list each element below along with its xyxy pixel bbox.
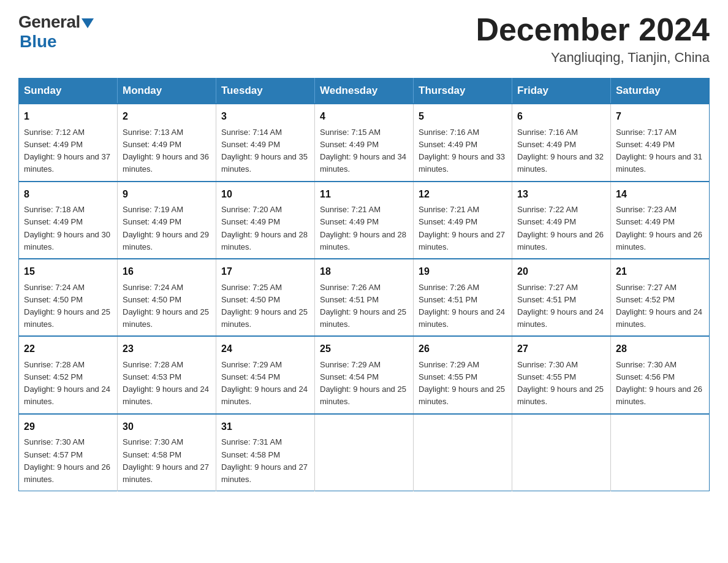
day-number: 1 bbox=[24, 109, 112, 124]
header-day-friday: Friday bbox=[512, 79, 611, 104]
calendar-cell: 18Sunrise: 7:26 AMSunset: 4:51 PMDayligh… bbox=[315, 259, 414, 336]
calendar-cell: 5Sunrise: 7:16 AMSunset: 4:49 PMDaylight… bbox=[414, 104, 512, 181]
day-number: 9 bbox=[123, 187, 211, 202]
day-number: 18 bbox=[320, 264, 408, 280]
month-title: December 2024 bbox=[476, 12, 710, 47]
day-number: 5 bbox=[419, 109, 507, 124]
calendar-cell: 6Sunrise: 7:16 AMSunset: 4:49 PMDaylight… bbox=[512, 104, 611, 181]
calendar-cell: 30Sunrise: 7:30 AMSunset: 4:58 PMDayligh… bbox=[118, 414, 216, 491]
calendar-cell: 4Sunrise: 7:15 AMSunset: 4:49 PMDaylight… bbox=[315, 104, 414, 181]
day-number: 30 bbox=[123, 419, 211, 435]
day-number: 21 bbox=[616, 264, 704, 280]
day-number: 4 bbox=[320, 109, 408, 124]
calendar-cell: 11Sunrise: 7:21 AMSunset: 4:49 PMDayligh… bbox=[315, 182, 414, 259]
day-number: 15 bbox=[24, 264, 112, 280]
day-number: 26 bbox=[419, 342, 507, 357]
day-number: 14 bbox=[616, 187, 704, 202]
header-row: SundayMondayTuesdayWednesdayThursdayFrid… bbox=[19, 79, 710, 104]
calendar-cell: 15Sunrise: 7:24 AMSunset: 4:50 PMDayligh… bbox=[19, 259, 118, 336]
calendar-cell: 2Sunrise: 7:13 AMSunset: 4:49 PMDaylight… bbox=[118, 104, 216, 181]
calendar-cell: 17Sunrise: 7:25 AMSunset: 4:50 PMDayligh… bbox=[216, 259, 315, 336]
day-number: 20 bbox=[517, 264, 605, 280]
calendar-cell: 16Sunrise: 7:24 AMSunset: 4:50 PMDayligh… bbox=[118, 259, 216, 336]
calendar-cell: 21Sunrise: 7:27 AMSunset: 4:52 PMDayligh… bbox=[611, 259, 710, 336]
calendar-cell: 13Sunrise: 7:22 AMSunset: 4:49 PMDayligh… bbox=[512, 182, 611, 259]
calendar-cell bbox=[414, 414, 512, 491]
header-day-sunday: Sunday bbox=[19, 79, 118, 104]
day-number: 8 bbox=[24, 187, 112, 202]
calendar-body: 1Sunrise: 7:12 AMSunset: 4:49 PMDaylight… bbox=[19, 104, 710, 491]
calendar-cell: 14Sunrise: 7:23 AMSunset: 4:49 PMDayligh… bbox=[611, 182, 710, 259]
calendar-table: SundayMondayTuesdayWednesdayThursdayFrid… bbox=[18, 78, 710, 491]
day-number: 3 bbox=[221, 109, 309, 124]
calendar-cell bbox=[512, 414, 611, 491]
day-number: 16 bbox=[123, 264, 211, 280]
calendar-cell: 24Sunrise: 7:29 AMSunset: 4:54 PMDayligh… bbox=[216, 336, 315, 413]
logo-triangle-icon bbox=[82, 18, 94, 28]
calendar-header: SundayMondayTuesdayWednesdayThursdayFrid… bbox=[19, 79, 710, 104]
day-number: 13 bbox=[517, 187, 605, 202]
calendar-cell: 9Sunrise: 7:19 AMSunset: 4:49 PMDaylight… bbox=[118, 182, 216, 259]
day-number: 2 bbox=[123, 109, 211, 124]
logo-blue-text: Blue bbox=[20, 32, 57, 52]
day-number: 10 bbox=[221, 187, 309, 202]
calendar-cell: 27Sunrise: 7:30 AMSunset: 4:55 PMDayligh… bbox=[512, 336, 611, 413]
day-number: 24 bbox=[221, 342, 309, 357]
title-area: December 2024 Yangliuqing, Tianjin, Chin… bbox=[476, 12, 710, 66]
day-number: 23 bbox=[123, 342, 211, 357]
calendar-cell: 29Sunrise: 7:30 AMSunset: 4:57 PMDayligh… bbox=[19, 414, 118, 491]
calendar-cell: 8Sunrise: 7:18 AMSunset: 4:49 PMDaylight… bbox=[19, 182, 118, 259]
week-row-5: 29Sunrise: 7:30 AMSunset: 4:57 PMDayligh… bbox=[19, 414, 710, 491]
calendar-cell: 7Sunrise: 7:17 AMSunset: 4:49 PMDaylight… bbox=[611, 104, 710, 181]
calendar-cell: 19Sunrise: 7:26 AMSunset: 4:51 PMDayligh… bbox=[414, 259, 512, 336]
calendar-cell: 31Sunrise: 7:31 AMSunset: 4:58 PMDayligh… bbox=[216, 414, 315, 491]
header-day-tuesday: Tuesday bbox=[216, 79, 315, 104]
calendar-cell: 1Sunrise: 7:12 AMSunset: 4:49 PMDaylight… bbox=[19, 104, 118, 181]
week-row-4: 22Sunrise: 7:28 AMSunset: 4:52 PMDayligh… bbox=[19, 336, 710, 413]
page-header: General Blue December 2024 Yangliuqing, … bbox=[18, 12, 710, 66]
header-day-saturday: Saturday bbox=[611, 79, 710, 104]
calendar-cell: 3Sunrise: 7:14 AMSunset: 4:49 PMDaylight… bbox=[216, 104, 315, 181]
calendar-cell: 25Sunrise: 7:29 AMSunset: 4:54 PMDayligh… bbox=[315, 336, 414, 413]
day-number: 7 bbox=[616, 109, 704, 124]
day-number: 19 bbox=[419, 264, 507, 280]
header-day-wednesday: Wednesday bbox=[315, 79, 414, 104]
calendar-cell bbox=[315, 414, 414, 491]
calendar-cell: 23Sunrise: 7:28 AMSunset: 4:53 PMDayligh… bbox=[118, 336, 216, 413]
day-number: 22 bbox=[24, 342, 112, 357]
day-number: 6 bbox=[517, 109, 605, 124]
header-day-thursday: Thursday bbox=[414, 79, 512, 104]
calendar-cell bbox=[611, 414, 710, 491]
calendar-cell: 10Sunrise: 7:20 AMSunset: 4:49 PMDayligh… bbox=[216, 182, 315, 259]
week-row-1: 1Sunrise: 7:12 AMSunset: 4:49 PMDaylight… bbox=[19, 104, 710, 181]
logo: General Blue bbox=[18, 12, 94, 52]
logo-general-text: General bbox=[18, 12, 80, 32]
day-number: 17 bbox=[221, 264, 309, 280]
week-row-3: 15Sunrise: 7:24 AMSunset: 4:50 PMDayligh… bbox=[19, 259, 710, 336]
calendar-cell: 28Sunrise: 7:30 AMSunset: 4:56 PMDayligh… bbox=[611, 336, 710, 413]
day-number: 25 bbox=[320, 342, 408, 357]
day-number: 27 bbox=[517, 342, 605, 357]
day-number: 11 bbox=[320, 187, 408, 202]
location-title: Yangliuqing, Tianjin, China bbox=[476, 50, 710, 66]
calendar-cell: 22Sunrise: 7:28 AMSunset: 4:52 PMDayligh… bbox=[19, 336, 118, 413]
week-row-2: 8Sunrise: 7:18 AMSunset: 4:49 PMDaylight… bbox=[19, 182, 710, 259]
day-number: 12 bbox=[419, 187, 507, 202]
calendar-cell: 20Sunrise: 7:27 AMSunset: 4:51 PMDayligh… bbox=[512, 259, 611, 336]
calendar-cell: 12Sunrise: 7:21 AMSunset: 4:49 PMDayligh… bbox=[414, 182, 512, 259]
day-number: 31 bbox=[221, 419, 309, 435]
header-day-monday: Monday bbox=[118, 79, 216, 104]
day-number: 29 bbox=[24, 419, 112, 435]
calendar-cell: 26Sunrise: 7:29 AMSunset: 4:55 PMDayligh… bbox=[414, 336, 512, 413]
day-number: 28 bbox=[616, 342, 704, 357]
